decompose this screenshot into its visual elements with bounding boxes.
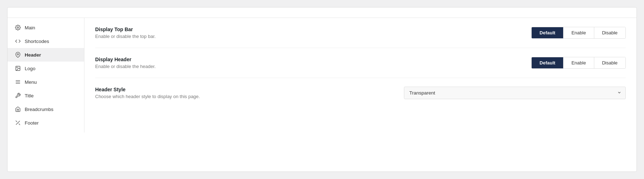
btn-default[interactable]: Default [532, 57, 564, 68]
setting-row-header-style: Header StyleChoose which header style to… [95, 78, 626, 108]
sidebar-item-label: Footer [25, 120, 39, 126]
btn-disable[interactable]: Disable [594, 57, 625, 68]
setting-description: Choose which header style to display on … [95, 94, 387, 99]
sidebar-item-label: Breadcrumbs [25, 107, 53, 112]
image-icon [15, 65, 21, 72]
panel-body: MainShortcodesHeaderLogoMenuTitleBreadcr… [8, 18, 636, 132]
select-header-style[interactable]: DefaultTransparentFull ScreenVerticalCen… [404, 87, 626, 99]
btn-disable[interactable]: Disable [594, 27, 625, 38]
sidebar: MainShortcodesHeaderLogoMenuTitleBreadcr… [8, 18, 84, 132]
code-icon [15, 38, 21, 44]
sidebar-item-main[interactable]: Main [8, 21, 84, 34]
sidebar-item-label: Shortcodes [25, 39, 49, 44]
gear-icon [15, 24, 21, 31]
sidebar-item-label: Logo [25, 66, 35, 71]
tool-icon [15, 120, 21, 126]
sidebar-item-title[interactable]: Title [8, 89, 84, 102]
sidebar-item-label: Main [25, 25, 35, 30]
pin-icon [15, 52, 21, 58]
setting-description: Enable or disable the header. [95, 64, 387, 69]
svg-point-1 [17, 54, 19, 55]
setting-info: Display Top BarEnable or disable the top… [95, 26, 387, 39]
btn-enable[interactable]: Enable [564, 27, 594, 38]
setting-control: DefaultEnableDisable [531, 57, 626, 69]
setting-row-display-top-bar: Display Top BarEnable or disable the top… [95, 18, 626, 48]
setting-description: Enable or disable the top bar. [95, 34, 387, 39]
oceanwp-settings-panel: MainShortcodesHeaderLogoMenuTitleBreadcr… [7, 7, 637, 172]
setting-row-display-header: Display HeaderEnable or disable the head… [95, 48, 626, 78]
setting-control: DefaultEnableDisable [531, 27, 626, 39]
sidebar-item-menu[interactable]: Menu [8, 75, 84, 89]
btn-enable[interactable]: Enable [564, 57, 594, 68]
svg-point-0 [17, 27, 19, 28]
sidebar-item-label: Menu [25, 79, 37, 85]
setting-label: Display Header [95, 57, 387, 62]
menu-icon [15, 79, 21, 85]
sidebar-item-label: Title [25, 93, 34, 98]
btn-group-display-top-bar: DefaultEnableDisable [531, 27, 626, 39]
sidebar-item-header[interactable]: Header [8, 48, 84, 62]
btn-group-display-header: DefaultEnableDisable [531, 57, 626, 69]
panel-header [8, 8, 636, 18]
sidebar-item-breadcrumbs[interactable]: Breadcrumbs [8, 102, 84, 116]
setting-label: Display Top Bar [95, 26, 387, 32]
setting-label: Header Style [95, 87, 387, 92]
home-icon [15, 106, 21, 112]
btn-default[interactable]: Default [532, 27, 564, 38]
sidebar-item-label: Header [25, 52, 41, 58]
sidebar-item-logo[interactable]: Logo [8, 62, 84, 75]
setting-info: Display HeaderEnable or disable the head… [95, 57, 387, 69]
select-wrapper-header-style: DefaultTransparentFull ScreenVerticalCen… [404, 87, 626, 99]
svg-point-3 [17, 67, 18, 68]
main-content: Display Top BarEnable or disable the top… [84, 18, 636, 132]
sidebar-item-footer[interactable]: Footer [8, 116, 84, 130]
sidebar-item-shortcodes[interactable]: Shortcodes [8, 34, 84, 48]
setting-info: Header StyleChoose which header style to… [95, 87, 387, 99]
wrench-icon [15, 92, 21, 99]
setting-control: DefaultTransparentFull ScreenVerticalCen… [404, 87, 626, 99]
